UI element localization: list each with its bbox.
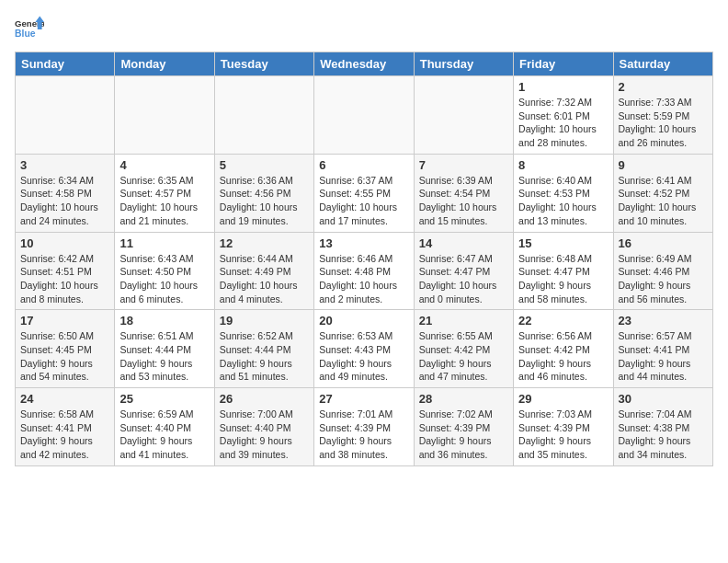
calendar-cell: 16Sunrise: 6:49 AM Sunset: 4:46 PM Dayli… (613, 232, 712, 310)
day-number: 29 (518, 392, 608, 406)
calendar-cell: 23Sunrise: 6:57 AM Sunset: 4:41 PM Dayli… (613, 310, 712, 388)
day-info: Sunrise: 6:48 AM Sunset: 4:47 PM Dayligh… (518, 252, 608, 306)
calendar-cell: 14Sunrise: 6:47 AM Sunset: 4:47 PM Dayli… (414, 232, 513, 310)
calendar-cell: 6Sunrise: 6:37 AM Sunset: 4:55 PM Daylig… (314, 154, 414, 232)
calendar-cell: 8Sunrise: 6:40 AM Sunset: 4:53 PM Daylig… (514, 154, 613, 232)
weekday-header-thursday: Thursday (414, 52, 513, 76)
calendar-cell: 11Sunrise: 6:43 AM Sunset: 4:50 PM Dayli… (115, 232, 214, 310)
day-info: Sunrise: 7:32 AM Sunset: 6:01 PM Dayligh… (518, 96, 608, 150)
day-info: Sunrise: 6:56 AM Sunset: 4:42 PM Dayligh… (518, 329, 608, 384)
day-info: Sunrise: 6:47 AM Sunset: 4:47 PM Dayligh… (419, 252, 508, 306)
day-number: 4 (119, 158, 209, 172)
day-info: Sunrise: 6:58 AM Sunset: 4:41 PM Dayligh… (20, 408, 109, 462)
calendar-cell: 7Sunrise: 6:39 AM Sunset: 4:54 PM Daylig… (414, 154, 513, 232)
calendar-week-4: 17Sunrise: 6:50 AM Sunset: 4:45 PM Dayli… (16, 310, 713, 388)
day-number: 18 (119, 314, 209, 327)
day-number: 30 (619, 392, 708, 406)
day-info: Sunrise: 6:37 AM Sunset: 4:55 PM Dayligh… (319, 174, 408, 228)
calendar-cell: 24Sunrise: 6:58 AM Sunset: 4:41 PM Dayli… (16, 388, 115, 466)
day-info: Sunrise: 6:35 AM Sunset: 4:57 PM Dayligh… (119, 174, 209, 228)
day-number: 23 (619, 314, 708, 327)
calendar-cell (16, 76, 115, 155)
day-info: Sunrise: 6:36 AM Sunset: 4:56 PM Dayligh… (220, 174, 309, 228)
day-info: Sunrise: 7:02 AM Sunset: 4:39 PM Dayligh… (419, 408, 508, 462)
weekday-header-saturday: Saturday (613, 52, 712, 76)
day-info: Sunrise: 7:03 AM Sunset: 4:39 PM Dayligh… (518, 408, 608, 462)
day-info: Sunrise: 6:43 AM Sunset: 4:50 PM Dayligh… (119, 252, 209, 306)
day-number: 9 (619, 158, 708, 172)
day-info: Sunrise: 6:59 AM Sunset: 4:40 PM Dayligh… (119, 408, 209, 462)
calendar-cell: 10Sunrise: 6:42 AM Sunset: 4:51 PM Dayli… (16, 232, 115, 310)
calendar-cell: 13Sunrise: 6:46 AM Sunset: 4:48 PM Dayli… (314, 232, 414, 310)
logo: General Blue (15, 15, 44, 44)
day-info: Sunrise: 6:51 AM Sunset: 4:44 PM Dayligh… (119, 329, 209, 384)
day-info: Sunrise: 6:46 AM Sunset: 4:48 PM Dayligh… (319, 252, 408, 306)
day-number: 21 (419, 314, 508, 327)
day-number: 11 (119, 236, 209, 250)
day-number: 28 (419, 392, 508, 406)
day-info: Sunrise: 6:42 AM Sunset: 4:51 PM Dayligh… (20, 252, 109, 306)
calendar-week-1: 1Sunrise: 7:32 AM Sunset: 6:01 PM Daylig… (16, 76, 713, 155)
day-number: 14 (419, 236, 508, 250)
weekday-header-friday: Friday (514, 52, 613, 76)
day-number: 22 (518, 314, 608, 327)
day-number: 25 (119, 392, 209, 406)
day-number: 19 (220, 314, 309, 327)
calendar-cell: 26Sunrise: 7:00 AM Sunset: 4:40 PM Dayli… (214, 388, 313, 466)
calendar-cell: 22Sunrise: 6:56 AM Sunset: 4:42 PM Dayli… (514, 310, 613, 388)
calendar-cell: 28Sunrise: 7:02 AM Sunset: 4:39 PM Dayli… (414, 388, 513, 466)
calendar-cell: 19Sunrise: 6:52 AM Sunset: 4:44 PM Dayli… (214, 310, 313, 388)
svg-text:Blue: Blue (15, 29, 36, 39)
day-number: 12 (220, 236, 309, 250)
calendar-cell: 5Sunrise: 6:36 AM Sunset: 4:56 PM Daylig… (214, 154, 313, 232)
day-number: 1 (518, 80, 608, 94)
calendar-week-3: 10Sunrise: 6:42 AM Sunset: 4:51 PM Dayli… (16, 232, 713, 310)
calendar-cell: 29Sunrise: 7:03 AM Sunset: 4:39 PM Dayli… (514, 388, 613, 466)
weekday-header-wednesday: Wednesday (314, 52, 414, 76)
day-info: Sunrise: 7:01 AM Sunset: 4:39 PM Dayligh… (319, 408, 408, 462)
day-number: 17 (20, 314, 109, 327)
calendar-cell (314, 76, 414, 155)
page-header: General Blue (15, 15, 713, 44)
day-info: Sunrise: 6:49 AM Sunset: 4:46 PM Dayligh… (619, 252, 708, 306)
calendar-cell: 12Sunrise: 6:44 AM Sunset: 4:49 PM Dayli… (214, 232, 313, 310)
day-number: 7 (419, 158, 508, 172)
calendar-cell: 25Sunrise: 6:59 AM Sunset: 4:40 PM Dayli… (115, 388, 214, 466)
day-info: Sunrise: 6:55 AM Sunset: 4:42 PM Dayligh… (419, 329, 508, 384)
day-number: 3 (20, 158, 109, 172)
calendar-cell: 3Sunrise: 6:34 AM Sunset: 4:58 PM Daylig… (16, 154, 115, 232)
day-number: 26 (220, 392, 309, 406)
day-number: 24 (20, 392, 109, 406)
day-number: 27 (319, 392, 408, 406)
day-info: Sunrise: 6:57 AM Sunset: 4:41 PM Dayligh… (619, 329, 708, 384)
calendar-cell: 30Sunrise: 7:04 AM Sunset: 4:38 PM Dayli… (613, 388, 712, 466)
day-info: Sunrise: 6:44 AM Sunset: 4:49 PM Dayligh… (220, 252, 309, 306)
day-number: 13 (319, 236, 408, 250)
day-number: 2 (619, 80, 708, 94)
calendar-cell: 18Sunrise: 6:51 AM Sunset: 4:44 PM Dayli… (115, 310, 214, 388)
day-number: 15 (518, 236, 608, 250)
calendar-cell (214, 76, 313, 155)
day-info: Sunrise: 6:41 AM Sunset: 4:52 PM Dayligh… (619, 174, 708, 228)
calendar-cell: 27Sunrise: 7:01 AM Sunset: 4:39 PM Dayli… (314, 388, 414, 466)
weekday-header-tuesday: Tuesday (214, 52, 313, 76)
day-number: 8 (518, 158, 608, 172)
calendar-cell: 9Sunrise: 6:41 AM Sunset: 4:52 PM Daylig… (613, 154, 712, 232)
day-info: Sunrise: 7:00 AM Sunset: 4:40 PM Dayligh… (220, 408, 309, 462)
day-info: Sunrise: 6:39 AM Sunset: 4:54 PM Dayligh… (419, 174, 508, 228)
calendar-week-2: 3Sunrise: 6:34 AM Sunset: 4:58 PM Daylig… (16, 154, 713, 232)
calendar-cell: 1Sunrise: 7:32 AM Sunset: 6:01 PM Daylig… (514, 76, 613, 155)
day-number: 10 (20, 236, 109, 250)
calendar-week-5: 24Sunrise: 6:58 AM Sunset: 4:41 PM Dayli… (16, 388, 713, 466)
day-info: Sunrise: 6:34 AM Sunset: 4:58 PM Dayligh… (20, 174, 109, 228)
calendar-cell (115, 76, 214, 155)
calendar-cell: 17Sunrise: 6:50 AM Sunset: 4:45 PM Dayli… (16, 310, 115, 388)
day-number: 16 (619, 236, 708, 250)
calendar-cell: 21Sunrise: 6:55 AM Sunset: 4:42 PM Dayli… (414, 310, 513, 388)
logo-icon: General Blue (15, 15, 44, 44)
day-info: Sunrise: 7:33 AM Sunset: 5:59 PM Dayligh… (619, 96, 708, 150)
calendar-table: SundayMondayTuesdayWednesdayThursdayFrid… (15, 52, 713, 466)
calendar-cell (414, 76, 513, 155)
day-info: Sunrise: 6:52 AM Sunset: 4:44 PM Dayligh… (220, 329, 309, 384)
day-number: 5 (220, 158, 309, 172)
